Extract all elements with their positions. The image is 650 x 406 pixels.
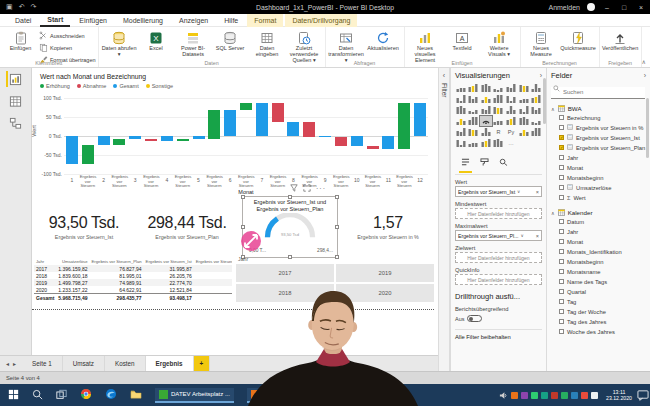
visual-type-icon[interactable] bbox=[493, 105, 505, 115]
field-checkbox[interactable] bbox=[559, 185, 564, 190]
field-checkbox[interactable]: ✓ bbox=[559, 145, 564, 150]
collapse-pane-icon[interactable]: › bbox=[644, 72, 646, 79]
waterfall-delta-bar[interactable] bbox=[145, 139, 157, 141]
ribbon-button-weitere-visuals[interactable]: Weitere Visuals ▾ bbox=[481, 29, 518, 57]
filters-pane-collapsed[interactable]: ‹ Filter bbox=[438, 68, 450, 372]
visual-type-icon[interactable] bbox=[480, 138, 492, 148]
next-page-icon[interactable]: ▸ bbox=[13, 360, 16, 367]
waterfall-delta-bar[interactable] bbox=[240, 103, 252, 110]
field-checkbox[interactable] bbox=[559, 329, 564, 334]
waterfall-total-bar[interactable] bbox=[256, 103, 268, 136]
tray-icon[interactable] bbox=[591, 392, 598, 399]
add-page-button[interactable]: + bbox=[194, 356, 211, 371]
waterfall-delta-bar[interactable] bbox=[82, 145, 94, 164]
field-item[interactable]: Jahr bbox=[551, 153, 646, 163]
ribbon-button-kopieren[interactable]: Kopieren bbox=[39, 43, 96, 53]
action-center-icon[interactable] bbox=[637, 389, 649, 401]
field-checkbox[interactable]: ✓ bbox=[559, 135, 564, 140]
selection-handle[interactable] bbox=[335, 255, 339, 259]
tray-icon[interactable] bbox=[541, 392, 548, 399]
field-chip[interactable]: Ergebnis vor Steuern_Ist∨× bbox=[455, 186, 542, 197]
table-row[interactable]: 20181.839.600,1881.995,0126.205,761,42 bbox=[34, 272, 232, 279]
visual-type-icon[interactable] bbox=[530, 116, 542, 126]
visual-type-icon[interactable] bbox=[530, 127, 542, 137]
table-header[interactable]: Ergebnis vor Steuern_Plan bbox=[90, 258, 144, 265]
visual-type-icon[interactable] bbox=[518, 127, 530, 137]
table-row[interactable]: 20191.499.798,2774.989,9122.774,701,52 bbox=[34, 279, 232, 286]
minimize-button[interactable]: – bbox=[602, 4, 612, 11]
table-header[interactable]: Jahr bbox=[34, 258, 56, 265]
field-item[interactable]: Woche des Jahres bbox=[551, 327, 646, 337]
visual-type-icon[interactable] bbox=[468, 83, 480, 93]
kpi-card-percent[interactable]: 1,57 Ergebnis vor Steuern in % bbox=[342, 196, 434, 258]
ribbon-button-ausschneiden[interactable]: Ausschneiden bbox=[39, 31, 96, 41]
selection-handle[interactable] bbox=[335, 195, 339, 199]
tray-icon[interactable] bbox=[561, 392, 568, 399]
prev-page-icon[interactable]: ◂ bbox=[6, 360, 9, 367]
avatar[interactable] bbox=[587, 3, 595, 11]
field-item[interactable]: Monat bbox=[551, 237, 646, 247]
field-item[interactable]: Tag bbox=[551, 297, 646, 307]
waterfall-total-bar[interactable] bbox=[193, 136, 205, 139]
table-row[interactable]: 20171.396.159,8276.827,9431.995,872,29 bbox=[34, 265, 232, 272]
visual-type-icon[interactable] bbox=[518, 94, 530, 104]
waterfall-total-bar[interactable] bbox=[224, 110, 236, 136]
waterfall-total-bar[interactable] bbox=[287, 122, 299, 136]
selection-handle[interactable] bbox=[241, 195, 245, 199]
visual-type-icon[interactable] bbox=[518, 83, 530, 93]
field-item[interactable]: Monatsname bbox=[551, 267, 646, 277]
ribbon-button-daten-eingeben[interactable]: Daten eingeben bbox=[249, 29, 286, 57]
empty-field-well[interactable]: Hier Datenfelder hinzufügen bbox=[455, 252, 542, 263]
field-item[interactable]: Monatsbeginn bbox=[551, 257, 646, 267]
fields-table-bwa[interactable]: ∧BWA bbox=[551, 105, 646, 113]
field-checkbox[interactable] bbox=[559, 269, 564, 274]
ribbon-button-einf-gen[interactable]: Einfügen bbox=[2, 29, 39, 51]
empty-field-well[interactable]: Hier Datenfelder hinzufügen bbox=[455, 274, 542, 285]
file-explorer-icon[interactable] bbox=[130, 386, 142, 404]
task-view-icon[interactable] bbox=[56, 386, 67, 404]
tray-icon[interactable] bbox=[551, 392, 558, 399]
visual-type-icon[interactable] bbox=[455, 138, 467, 148]
field-item[interactable]: ΣWert bbox=[551, 193, 646, 203]
visual-type-icon[interactable]: Py bbox=[505, 127, 517, 137]
field-checkbox[interactable] bbox=[559, 125, 564, 130]
field-item[interactable]: Umsatzerlöse bbox=[551, 183, 646, 193]
gauge-visual-type-icon[interactable] bbox=[480, 116, 492, 126]
field-checkbox[interactable] bbox=[559, 229, 564, 234]
ribbon-button-textfeld[interactable]: ATextfeld bbox=[444, 29, 481, 51]
chrome-icon[interactable] bbox=[80, 386, 92, 404]
field-checkbox[interactable] bbox=[559, 319, 564, 324]
field-item[interactable]: Quartal bbox=[551, 287, 646, 297]
ribbon-tab-daten-drillvorgang[interactable]: Daten/Drillvorgang bbox=[285, 14, 357, 27]
visual-type-icon[interactable] bbox=[505, 83, 517, 93]
visual-type-icon[interactable] bbox=[468, 116, 480, 126]
scrollbar[interactable] bbox=[646, 98, 649, 158]
ribbon-tab-datei[interactable]: Datei bbox=[8, 14, 38, 27]
table-header[interactable]: Ergebnis vor Steuern_Ist bbox=[144, 258, 194, 265]
ribbon-tab-format[interactable]: Format bbox=[247, 14, 283, 27]
visual-type-icon[interactable] bbox=[530, 83, 542, 93]
visual-type-icon[interactable] bbox=[480, 94, 492, 104]
remove-field-icon[interactable]: × bbox=[536, 189, 539, 195]
chevron-down-icon[interactable]: ∨ bbox=[517, 189, 520, 194]
field-item[interactable]: Datum bbox=[551, 217, 646, 227]
kpi-card-ist[interactable]: 93,50 Tsd. Ergebnis vor Steuern_Ist bbox=[36, 196, 132, 258]
field-checkbox[interactable] bbox=[559, 195, 564, 200]
taskbar-search-icon[interactable] bbox=[32, 386, 43, 404]
waterfall-delta-bar[interactable] bbox=[177, 139, 189, 141]
waterfall-total-bar[interactable] bbox=[351, 136, 363, 146]
waterfall-delta-bar[interactable] bbox=[335, 137, 347, 146]
collapse-caret-icon[interactable]: ∧ bbox=[551, 210, 555, 216]
visual-type-icon[interactable] bbox=[518, 116, 530, 126]
field-checkbox[interactable] bbox=[559, 249, 564, 254]
field-item[interactable]: Tag des Jahres bbox=[551, 317, 646, 327]
start-button[interactable] bbox=[8, 386, 19, 404]
page-tab-kosten[interactable]: Kosten bbox=[105, 356, 146, 371]
waterfall-delta-bar[interactable] bbox=[208, 110, 220, 140]
visual-type-icon[interactable] bbox=[530, 94, 542, 104]
waterfall-total-bar[interactable] bbox=[382, 136, 394, 149]
waterfall-total-bar[interactable] bbox=[161, 136, 173, 141]
ribbon-tab-start[interactable]: Start bbox=[40, 14, 70, 27]
visual-type-icon[interactable] bbox=[455, 83, 467, 93]
table-row[interactable]: 20201.233.157,2264.622,9112.521,841,02 bbox=[34, 286, 232, 294]
